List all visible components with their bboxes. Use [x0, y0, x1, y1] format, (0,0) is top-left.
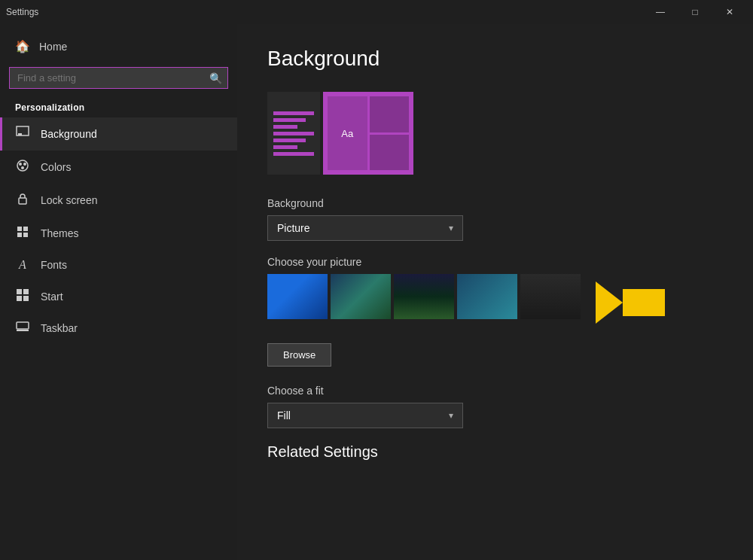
preview-tile-br — [370, 135, 410, 171]
sidebar: 🏠 Home 🔍 Personalization Background — [0, 24, 237, 560]
sidebar-item-fonts-label: Fonts — [41, 259, 67, 271]
start-icon — [15, 288, 30, 305]
home-label: Home — [39, 41, 67, 53]
related-settings-title: Related Settings — [267, 443, 723, 461]
sidebar-item-start[interactable]: Start — [0, 280, 237, 313]
svg-rect-9 — [17, 233, 22, 237]
preview-line-3 — [273, 125, 297, 129]
picture-thumb-3[interactable] — [394, 274, 454, 319]
lock-icon — [15, 192, 30, 208]
sidebar-item-themes[interactable]: Themes — [0, 217, 237, 250]
sidebar-section-label: Personalization — [0, 96, 237, 117]
themes-icon — [15, 225, 30, 242]
sidebar-item-colors[interactable]: Colors — [0, 151, 237, 184]
preview-line-6 — [273, 145, 297, 149]
fonts-icon: A — [15, 258, 30, 272]
close-button[interactable]: ✕ — [712, 0, 747, 24]
preview-left-panel — [267, 92, 320, 175]
taskbar-icon — [15, 321, 30, 335]
picture-thumb-4[interactable] — [457, 274, 517, 319]
svg-rect-10 — [23, 233, 28, 237]
titlebar: Settings — □ ✕ — [0, 0, 753, 24]
page-title: Background — [267, 47, 723, 71]
home-icon: 🏠 — [15, 39, 30, 53]
svg-point-5 — [21, 166, 24, 169]
chevron-down-icon: ▾ — [449, 223, 453, 233]
picture-thumb-1[interactable] — [267, 274, 328, 319]
picture-thumb-2[interactable] — [331, 274, 391, 319]
preview-line-2 — [273, 118, 306, 122]
browse-button[interactable]: Browse — [267, 343, 331, 367]
svg-rect-11 — [17, 289, 22, 294]
chevron-down-fit-icon: ▾ — [449, 410, 453, 421]
preview-line-4 — [273, 132, 314, 135]
preview-line-1 — [273, 111, 314, 115]
yellow-arrow-annotation — [596, 284, 663, 321]
search-container: 🔍 — [0, 62, 237, 96]
search-wrapper: 🔍 — [9, 67, 228, 89]
sidebar-item-home[interactable]: 🏠 Home — [0, 30, 237, 62]
fit-dropdown[interactable]: Fill ▾ — [267, 403, 463, 428]
picture-thumb-5[interactable] — [520, 274, 581, 319]
svg-rect-16 — [17, 330, 29, 331]
sidebar-item-lock-screen[interactable]: Lock screen — [0, 184, 237, 217]
content-area: Background Aa Backgroun — [237, 24, 753, 560]
sidebar-item-background-label: Background — [41, 128, 97, 140]
background-icon — [15, 126, 30, 142]
choose-picture-label: Choose your picture — [267, 256, 723, 268]
fit-dropdown-value: Fill — [277, 409, 291, 422]
svg-rect-8 — [23, 227, 28, 231]
background-field-label: Background — [267, 197, 723, 209]
svg-rect-12 — [23, 289, 29, 294]
arrow-body — [623, 289, 665, 316]
svg-rect-13 — [17, 296, 22, 301]
background-dropdown[interactable]: Picture ▾ — [267, 215, 463, 241]
sidebar-item-start-label: Start — [41, 291, 63, 303]
sidebar-item-taskbar-label: Taskbar — [41, 322, 78, 334]
preview-line-7 — [273, 152, 314, 156]
window-controls: — □ ✕ — [643, 0, 747, 24]
sidebar-item-fonts[interactable]: A Fonts — [0, 250, 237, 280]
sidebar-item-colors-label: Colors — [41, 161, 71, 173]
app-title: Settings — [6, 7, 38, 17]
preview-tile-tr — [370, 96, 410, 132]
preview-tile-aa: Aa — [328, 96, 367, 170]
main-layout: 🏠 Home 🔍 Personalization Background — [0, 24, 753, 560]
background-dropdown-value: Picture — [277, 222, 310, 234]
search-input[interactable] — [9, 67, 228, 89]
theme-preview: Aa — [267, 92, 723, 175]
sidebar-item-themes-label: Themes — [41, 227, 79, 239]
preview-line-5 — [273, 138, 306, 142]
picture-grid — [267, 274, 581, 319]
svg-point-3 — [19, 163, 22, 166]
svg-rect-15 — [17, 322, 29, 329]
sidebar-item-lock-screen-label: Lock screen — [41, 194, 97, 206]
picture-row — [267, 274, 723, 331]
svg-rect-7 — [17, 227, 22, 231]
svg-rect-6 — [19, 198, 26, 204]
svg-rect-14 — [23, 296, 29, 301]
svg-rect-1 — [18, 133, 22, 135]
minimize-button[interactable]: — — [643, 0, 678, 24]
preview-right-panel: Aa — [323, 92, 413, 175]
arrow-head — [596, 282, 623, 324]
svg-point-4 — [23, 163, 26, 166]
colors-icon — [15, 159, 30, 175]
sidebar-item-background[interactable]: Background — [0, 117, 237, 151]
maximize-button[interactable]: □ — [678, 0, 712, 24]
sidebar-item-taskbar[interactable]: Taskbar — [0, 313, 237, 343]
fit-field-label: Choose a fit — [267, 385, 723, 397]
